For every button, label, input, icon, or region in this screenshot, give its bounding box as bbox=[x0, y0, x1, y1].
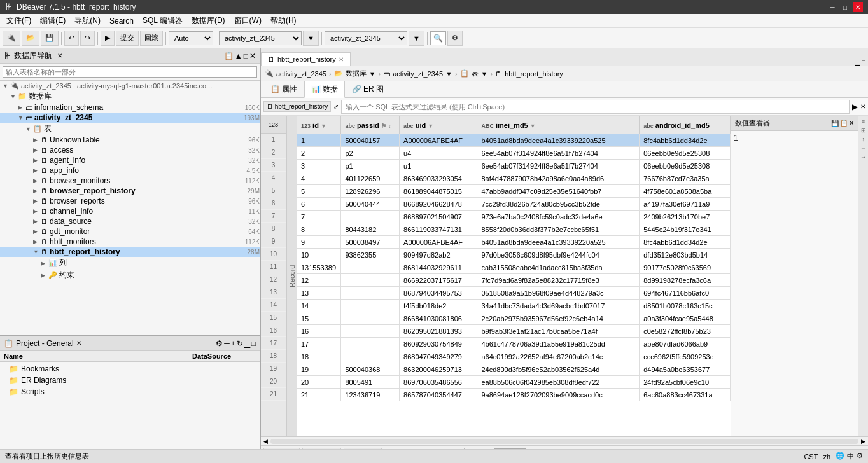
tree-columns-node[interactable]: ▶ 📊 列 bbox=[0, 257, 260, 269]
tree-table-browser-reports[interactable]: ▶ 🗒 browser_reports 96K bbox=[0, 196, 260, 206]
tree-table-unknowntable[interactable]: ▶ 🗒 UnknownTable 96K bbox=[0, 135, 260, 145]
connection1-selector[interactable]: activity_zt_2345 bbox=[219, 31, 302, 45]
clear-filter-btn[interactable]: ✕ bbox=[860, 103, 865, 110]
tab-er[interactable]: 🔗ER 图 bbox=[345, 81, 391, 98]
project-item-bookmarks[interactable]: 📁 Bookmarks bbox=[0, 363, 260, 375]
table-row[interactable]: 8 80443182 866119033747131 8558f20d0b36d… bbox=[297, 223, 731, 236]
edge-icon-5[interactable]: → bbox=[860, 154, 866, 160]
expand-sql-icon[interactable]: ⤢ bbox=[333, 103, 339, 110]
sql-filter-input[interactable] bbox=[341, 100, 850, 114]
menu-window[interactable]: 窗口(W) bbox=[230, 14, 265, 27]
scroll-left-btn[interactable]: ◀ bbox=[263, 438, 268, 445]
tab-minimize-btn[interactable]: ▁ bbox=[855, 59, 860, 66]
table-row[interactable]: 131553389 868144032929611 cab315508eabc4… bbox=[297, 261, 731, 274]
edge-icon-4[interactable]: ← bbox=[860, 145, 866, 151]
edge-icon-3[interactable]: ↕ bbox=[862, 136, 865, 142]
nav-collapse-btn[interactable]: ▲ bbox=[235, 52, 242, 60]
tree-table-app-info[interactable]: ▶ 🗒 app_info 4.5K bbox=[0, 165, 260, 176]
col-header-passid[interactable]: abc passid ⚑ ↕ bbox=[341, 116, 400, 134]
tree-table-agent-info[interactable]: ▶ 🗒 agent_info 32K bbox=[0, 155, 260, 165]
table-row[interactable]: 20 8005491 869706035486556 ea88b506c06f0… bbox=[297, 376, 731, 389]
menu-search[interactable]: Search bbox=[106, 15, 137, 27]
minimize-button[interactable]: ─ bbox=[827, 2, 837, 12]
table-row[interactable]: 7 868897021504907 973e6a7ba0c2408fc59c0a… bbox=[297, 211, 731, 223]
table-wrapper[interactable]: 123 id ▼ abc passid ⚑ ↕ abc bbox=[297, 116, 731, 436]
menu-help[interactable]: 帮助(H) bbox=[267, 14, 300, 27]
tab-data[interactable]: 📊数据 bbox=[304, 81, 345, 98]
new-connection-button[interactable]: 🔌 bbox=[3, 31, 20, 46]
editor-tab-hbtt[interactable]: 🗒 hbtt_report_history ✕ bbox=[261, 52, 351, 66]
menu-navigate[interactable]: 导航(N) bbox=[71, 14, 104, 27]
minimize-icon[interactable]: ▁ bbox=[244, 339, 250, 348]
tree-tables[interactable]: ▼ 📋 表 bbox=[0, 123, 260, 135]
table-row[interactable]: 1 500040157 A000006AFBE4AF b4051ad8bda9d… bbox=[297, 134, 731, 147]
col-header-android[interactable]: abc android_id_md5 bbox=[640, 116, 731, 134]
tree-information-schema[interactable]: ▶ 🗃 information_schema 160K bbox=[0, 102, 260, 113]
tree-table-gdt-monitor[interactable]: ▶ 🗒 gdt_monitor 64K bbox=[0, 226, 260, 237]
menu-sql-editor[interactable]: SQL 编辑器 bbox=[139, 14, 186, 27]
bc-table-label[interactable]: hbtt_report_history bbox=[505, 70, 563, 78]
table-row[interactable]: 21 123436719 865787040354447 9a8694ae128… bbox=[297, 389, 731, 401]
run-filter-btn[interactable]: ▶ bbox=[852, 102, 858, 111]
menu-database[interactable]: 数据库(D) bbox=[188, 14, 229, 27]
table-row[interactable]: 13 868794034495753 0518508a9a51b968f09ae… bbox=[297, 287, 731, 300]
menu-edit[interactable]: 编辑(E) bbox=[36, 14, 69, 27]
table-row[interactable]: 16 862095021881393 b9f9ab3f3e1af21ac17b0… bbox=[297, 325, 731, 338]
menu-file[interactable]: 文件(F) bbox=[3, 14, 35, 27]
col-header-uid[interactable]: abc uid ▼ bbox=[400, 116, 477, 134]
table-row[interactable]: 3 p1 u1 6ee54ab07f314924ff8e6a51f7b27404… bbox=[297, 160, 731, 172]
connection2-selector[interactable]: activity_zt_2345 bbox=[325, 31, 407, 45]
tree-root[interactable]: ▼ 🔌 activity_zt_2345 · activity-mysql-g1… bbox=[0, 81, 260, 90]
bc-db2-dropdown[interactable]: ▼ bbox=[445, 70, 452, 78]
tree-table-browser-report-history[interactable]: ▶ 🗒 browser_report_history 29M bbox=[0, 186, 260, 196]
hscroll-bar[interactable]: ◀ ▶ bbox=[261, 436, 868, 445]
settings-button[interactable]: ⚙ bbox=[447, 31, 463, 46]
bc-db2-label[interactable]: activity_zt_2345 bbox=[393, 70, 443, 78]
project-item-er-diagrams[interactable]: 📁 ER Diagrams bbox=[0, 375, 260, 386]
tab-properties[interactable]: 📋属性 bbox=[263, 81, 304, 98]
db-nav-search-input[interactable] bbox=[3, 66, 257, 78]
open-button[interactable]: 📂 bbox=[22, 31, 39, 46]
auto-commit-selector[interactable]: Auto bbox=[169, 31, 213, 45]
tree-table-hbtt-report-history[interactable]: ▼ 🗒 hbtt_report_history 28M bbox=[0, 247, 260, 257]
maximize-button[interactable]: □ bbox=[840, 2, 850, 12]
bc-db-label[interactable]: 数据库 bbox=[346, 69, 367, 78]
uid-filter-icon[interactable]: ▼ bbox=[428, 123, 433, 129]
conn1-menu-button[interactable]: ▼ bbox=[303, 31, 319, 46]
save-button[interactable]: 💾 bbox=[41, 31, 59, 46]
minus-icon[interactable]: ─ bbox=[224, 339, 230, 348]
max-icon[interactable]: □ bbox=[251, 339, 256, 348]
passid-sort-icon[interactable]: ↕ bbox=[388, 123, 391, 129]
refresh-icon[interactable]: ↻ bbox=[237, 339, 243, 348]
table-row[interactable]: 9 500038497 A000006AFBE4AF b4051ad8bda9d… bbox=[297, 236, 731, 249]
close-tab-button[interactable]: ✕ bbox=[339, 56, 344, 63]
bc-db-dropdown[interactable]: ▼ bbox=[369, 70, 376, 78]
status-icon-1[interactable]: 🌐 bbox=[836, 452, 844, 461]
edge-icon-2[interactable]: ⊞ bbox=[861, 127, 866, 134]
table-row[interactable]: 14 f4f5db018de2 34a41dbc73dada4d3d69acbc… bbox=[297, 300, 731, 312]
tree-table-hbtt-monitors[interactable]: ▶ 🗒 hbtt_monitors 112K bbox=[0, 237, 260, 247]
undo-button[interactable]: ↩ bbox=[64, 31, 79, 46]
table-row[interactable]: 18 868047049349279 a64c01992a22652af94e6… bbox=[297, 350, 731, 363]
vv-save-btn[interactable]: 💾 bbox=[831, 120, 839, 127]
scroll-right-btn[interactable]: ▶ bbox=[861, 438, 865, 445]
tree-databases[interactable]: ▼ 📁 数据库 bbox=[0, 90, 260, 102]
table-row[interactable]: 15 866841030081806 2c20ab2975b935967d56e… bbox=[297, 312, 731, 325]
commit-button[interactable]: 提交 bbox=[116, 31, 139, 46]
close-db-nav-button[interactable]: ✕ bbox=[57, 52, 62, 59]
redo-button[interactable]: ↪ bbox=[80, 31, 95, 46]
run-button[interactable]: ▶ bbox=[101, 31, 115, 46]
edge-icon-1[interactable]: ≡ bbox=[862, 118, 865, 125]
bc-connection[interactable]: 🔌 bbox=[265, 69, 274, 78]
project-icon-btn[interactable]: 📋 bbox=[224, 52, 234, 60]
table-row[interactable]: 10 93862355 909497d82ab2 97d0be3056c609d… bbox=[297, 249, 731, 261]
table-row[interactable]: 17 860929030754849 4b61c4778706a39d1a55e… bbox=[297, 338, 731, 350]
table-row[interactable]: 2 p2 u4 6ee54ab07f314924ff8e6a51f7b27404… bbox=[297, 147, 731, 160]
status-icon-2[interactable]: 中 bbox=[847, 452, 854, 461]
table-row[interactable]: 4 401122659 863469033293054 8af4d4788790… bbox=[297, 172, 731, 185]
col-header-id[interactable]: 123 id ▼ bbox=[297, 116, 341, 134]
nav-max-btn[interactable]: □ bbox=[244, 52, 248, 60]
tree-table-data-source[interactable]: ▶ 🗒 data_source 32K bbox=[0, 216, 260, 226]
project-item-scripts[interactable]: 📁 Scripts bbox=[0, 386, 260, 397]
tree-table-access[interactable]: ▶ 🗒 access 32K bbox=[0, 145, 260, 155]
